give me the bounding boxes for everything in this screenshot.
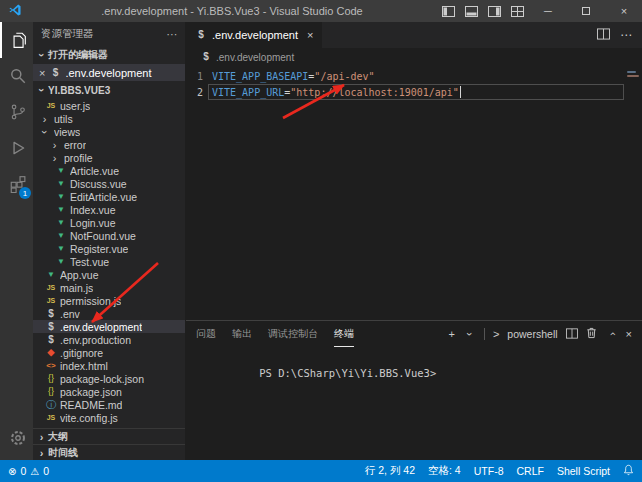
explorer-icon[interactable]	[0, 22, 33, 58]
file-name: Discuss.vue	[70, 178, 127, 190]
file-name: Login.vue	[70, 217, 116, 229]
tree-item-Test.vue[interactable]: ▼Test.vue	[33, 255, 185, 268]
shell-file-icon: $	[45, 335, 57, 345]
tree-item-utils[interactable]: ›utils	[33, 112, 185, 125]
tree-item-Discuss.vue[interactable]: ▼Discuss.vue	[33, 177, 185, 190]
tree-item-NotFound.vue[interactable]: ▼NotFound.vue	[33, 229, 185, 242]
tree-item-Register.vue[interactable]: ▼Register.vue	[33, 242, 185, 255]
open-editor-item[interactable]: × $ .env.development	[33, 64, 185, 81]
vue-file-icon: ▼	[45, 271, 57, 279]
source-control-icon[interactable]	[0, 94, 33, 130]
tree-item-README.md[interactable]: ⓘREADME.md	[33, 398, 185, 411]
tree-item-.gitignore[interactable]: ◆.gitignore	[33, 346, 185, 359]
eol-selector[interactable]: CRLF	[516, 465, 543, 477]
customize-layout-icon[interactable]	[511, 6, 524, 17]
code-line-2[interactable]: 2VITE_APP_URL="http://localhost:19001/ap…	[186, 84, 626, 100]
maximize-button[interactable]	[572, 0, 600, 22]
terminal-shell-name[interactable]: powershell	[507, 328, 557, 340]
close-window-button[interactable]: ×	[610, 0, 638, 22]
tree-item-Article.vue[interactable]: ▼Article.vue	[33, 164, 185, 177]
file-name: NotFound.vue	[70, 230, 136, 242]
indentation[interactable]: 空格: 4	[428, 464, 461, 478]
explorer-sidebar: 资源管理器 ⋯ › 打开的编辑器 × $ .env.development › …	[33, 22, 186, 460]
git-file-icon: ◆	[45, 348, 57, 357]
tab-label: .env.development	[212, 29, 298, 41]
file-name: .gitignore	[60, 347, 103, 359]
maximize-panel-icon[interactable]: ›	[605, 328, 617, 341]
more-actions-icon[interactable]: ⋯	[620, 28, 632, 42]
terminal-dropdown-icon[interactable]: ›	[463, 328, 475, 341]
toggle-secondary-sidebar-icon[interactable]	[488, 6, 501, 17]
panel-tab-终端[interactable]: 终端	[334, 321, 354, 347]
notifications-bell-icon[interactable]	[623, 464, 634, 478]
run-debug-icon[interactable]	[0, 130, 33, 166]
tree-item-Login.vue[interactable]: ▼Login.vue	[33, 216, 185, 229]
vue-file-icon: ▼	[55, 180, 67, 188]
kill-terminal-icon[interactable]	[586, 327, 597, 341]
minimize-button[interactable]: ─	[534, 0, 562, 22]
tree-item-main.js[interactable]: JSmain.js	[33, 281, 185, 294]
language-mode[interactable]: Shell Script	[557, 465, 610, 477]
search-icon[interactable]	[0, 58, 33, 94]
tree-item-EditArticle.vue[interactable]: ▼EditArticle.vue	[33, 190, 185, 203]
encoding[interactable]: UTF-8	[474, 465, 504, 477]
project-root-header[interactable]: › YI.BBS.VUE3	[33, 81, 185, 99]
js-file-icon: JS	[45, 297, 57, 304]
chevron-down-icon: ›	[36, 49, 48, 62]
close-panel-icon[interactable]: ×	[626, 328, 632, 340]
tree-item-App.vue[interactable]: ▼App.vue	[33, 268, 185, 281]
timeline-section[interactable]: › 时间线	[33, 444, 185, 460]
tree-item-.env.production[interactable]: $.env.production	[33, 333, 185, 346]
panel-tab-输出[interactable]: 输出	[232, 321, 252, 347]
breadcrumb-item[interactable]: .env.development	[216, 52, 294, 63]
settings-gear-icon[interactable]	[0, 420, 33, 456]
more-actions-icon[interactable]: ⋯	[167, 28, 178, 40]
extensions-icon[interactable]: 1	[0, 166, 33, 202]
cursor-position[interactable]: 行 2, 列 42	[365, 464, 415, 478]
tree-item-error[interactable]: ›error	[33, 138, 185, 151]
tree-item-vite.config.js[interactable]: JSvite.config.js	[33, 411, 185, 424]
tree-item-permission.js[interactable]: JSpermission.js	[33, 294, 185, 307]
close-icon[interactable]: ×	[39, 67, 45, 79]
minimap[interactable]	[626, 68, 642, 320]
code-line-1[interactable]: 1VITE_APP_BASEAPI="/api-dev"	[186, 68, 626, 84]
vue-file-icon: ▼	[55, 219, 67, 227]
toggle-panel-icon[interactable]	[465, 6, 478, 17]
split-editor-icon[interactable]	[597, 28, 610, 43]
file-name: views	[54, 126, 80, 138]
tree-item-package-lock.json[interactable]: {}package-lock.json	[33, 372, 185, 385]
error-icon: ⊗	[8, 466, 16, 477]
breadcrumb[interactable]: $ .env.development	[186, 48, 642, 66]
env-key: VITE_APP_URL	[212, 87, 284, 98]
json-file-icon: {}	[45, 387, 57, 396]
code-editor[interactable]: 1VITE_APP_BASEAPI="/api-dev"2VITE_APP_UR…	[186, 66, 642, 320]
toggle-primary-sidebar-icon[interactable]	[442, 6, 455, 17]
js-file-icon: JS	[45, 414, 57, 421]
tree-item-views[interactable]: ›views	[33, 125, 185, 138]
panel-tab-调试控制台[interactable]: 调试控制台	[268, 321, 318, 347]
close-tab-icon[interactable]: ×	[307, 29, 313, 41]
html-file-icon: <>	[45, 362, 57, 370]
timeline-label: 时间线	[48, 446, 78, 460]
new-terminal-icon[interactable]: +	[448, 328, 454, 340]
problems-status[interactable]: ⊗ 0 ⚠ 0	[8, 465, 49, 477]
tree-item-index.html[interactable]: <>index.html	[33, 359, 185, 372]
panel-tab-问题[interactable]: 问题	[196, 321, 216, 347]
tree-item-.env.development[interactable]: $.env.development	[33, 320, 185, 333]
file-name: Article.vue	[70, 165, 119, 177]
activity-bar: 1	[0, 22, 33, 460]
file-name: main.js	[60, 282, 93, 294]
outline-section[interactable]: › 大纲	[33, 428, 185, 444]
file-tree: JSuser.js›utils›views›error›profile▼Arti…	[33, 99, 185, 428]
tree-item-profile[interactable]: ›profile	[33, 151, 185, 164]
split-terminal-icon[interactable]	[566, 328, 578, 341]
tree-item-Index.vue[interactable]: ▼Index.vue	[33, 203, 185, 216]
tree-item-user.js[interactable]: JSuser.js	[33, 99, 185, 112]
open-editors-header[interactable]: › 打开的编辑器	[33, 46, 185, 64]
file-name: Index.vue	[70, 204, 116, 216]
tree-item-.env[interactable]: $.env	[33, 307, 185, 320]
error-count: 0	[20, 465, 26, 477]
terminal[interactable]: PS D:\CSharp\Yi\Yi.BBS.Vue3>	[186, 347, 642, 460]
tab-env-development[interactable]: $ .env.development ×	[186, 22, 323, 48]
tree-item-package.json[interactable]: {}package.json	[33, 385, 185, 398]
